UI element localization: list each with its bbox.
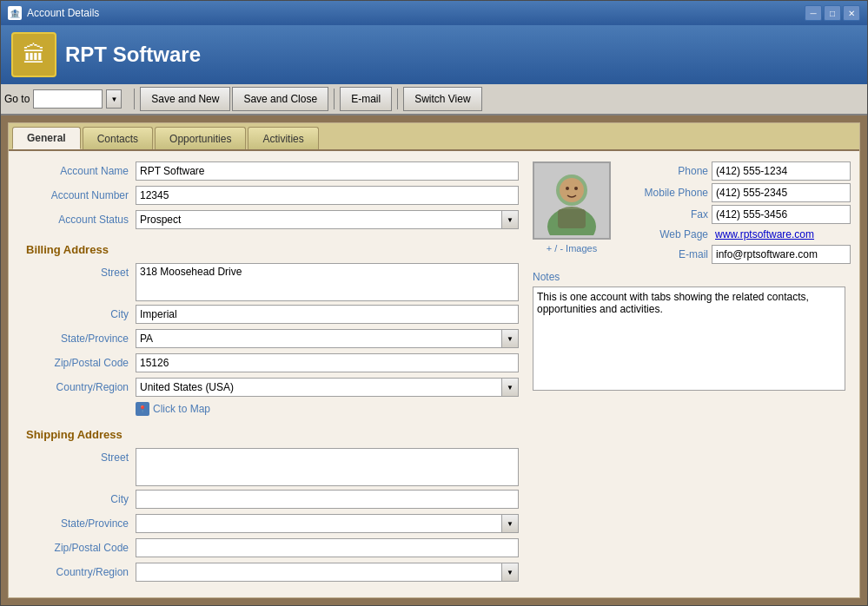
fax-row: Fax — [621, 205, 851, 224]
form-left-column: Account Name Account Number Account Stat… — [23, 161, 519, 583]
billing-street-label: Street — [23, 263, 136, 279]
shipping-country-dropdown: ▼ — [136, 563, 519, 582]
tab-contacts[interactable]: Contacts — [83, 127, 153, 149]
shipping-country-input[interactable] — [136, 563, 501, 582]
webpage-row: Web Page www.rptsoftware.com — [621, 227, 851, 242]
shipping-state-row: State/Province ▼ — [23, 514, 519, 535]
save-and-new-button[interactable]: Save and New — [140, 87, 230, 111]
billing-street-row: Street 318 Moosehead Drive — [23, 263, 519, 301]
billing-state-label: State/Province — [23, 329, 136, 345]
account-number-input[interactable] — [136, 186, 519, 205]
minimize-button[interactable]: ─ — [805, 5, 822, 21]
webpage-link[interactable]: www.rptsoftware.com — [712, 227, 851, 242]
fax-input[interactable] — [712, 205, 851, 224]
shipping-state-input[interactable] — [136, 514, 501, 533]
email-field-label: E-mail — [621, 248, 708, 260]
separator-1 — [134, 89, 135, 109]
click-to-map-text: Click to Map — [153, 403, 210, 415]
content-area: General Contacts Opportunities Activitie… — [1, 115, 867, 605]
email-row: E-mail — [621, 245, 851, 264]
phone-input[interactable] — [712, 161, 851, 181]
switch-view-button[interactable]: Switch View — [403, 87, 481, 111]
account-status-dropdown: ▼ — [136, 210, 519, 229]
billing-state-dropdown-btn[interactable]: ▼ — [501, 329, 519, 348]
billing-state-row: State/Province ▼ — [23, 329, 519, 350]
billing-zip-label: Zip/Postal Code — [23, 353, 136, 369]
account-name-label: Account Name — [23, 161, 136, 177]
tab-activities[interactable]: Activities — [248, 127, 318, 149]
tabs-bar: General Contacts Opportunities Activitie… — [9, 123, 859, 151]
mobile-input[interactable] — [712, 183, 851, 202]
shipping-country-dropdown-btn[interactable]: ▼ — [501, 563, 519, 582]
logo-container: 🏛 RPT Software — [11, 32, 201, 77]
shipping-street-input[interactable] — [136, 448, 519, 486]
billing-address-header: Billing Address — [23, 243, 519, 256]
tab-general[interactable]: General — [12, 127, 81, 149]
maximize-button[interactable]: □ — [824, 5, 841, 21]
shipping-state-dropdown-btn[interactable]: ▼ — [501, 514, 519, 533]
photo-controls-link[interactable]: + / - Images — [547, 243, 597, 254]
shipping-zip-input[interactable] — [136, 538, 519, 557]
main-window: 🏦 Account Details ─ □ ✕ 🏛 RPT Software G… — [0, 0, 868, 606]
mobile-row: Mobile Phone — [621, 183, 851, 202]
form-container: General Contacts Opportunities Activitie… — [8, 122, 860, 598]
svg-point-3 — [566, 187, 569, 190]
account-number-row: Account Number — [23, 186, 519, 207]
map-icon: 📍 — [136, 402, 149, 416]
shipping-zip-row: Zip/Postal Code — [23, 538, 519, 559]
phone-row: Phone — [621, 161, 851, 181]
logo-icon: 🏛 — [11, 32, 56, 77]
shipping-state-label: State/Province — [23, 514, 136, 530]
separator-2 — [334, 89, 335, 109]
billing-city-input[interactable] — [136, 305, 519, 324]
notes-section: Notes This is one account with tabs show… — [533, 271, 845, 393]
shipping-street-label: Street — [23, 448, 136, 464]
fax-label: Fax — [621, 208, 708, 221]
phone-label: Phone — [621, 165, 708, 177]
billing-zip-input[interactable] — [136, 353, 519, 372]
goto-label: Go to — [4, 93, 30, 105]
header-bar: 🏛 RPT Software — [1, 25, 867, 84]
click-to-map-link[interactable]: 📍 Click to Map — [136, 402, 519, 416]
goto-group: Go to ▼ — [4, 89, 122, 109]
billing-zip-row: Zip/Postal Code — [23, 353, 519, 374]
shipping-address-header: Shipping Address — [23, 428, 519, 441]
svg-rect-6 — [558, 209, 586, 228]
email-field-input[interactable] — [712, 245, 851, 264]
billing-country-input[interactable] — [136, 378, 501, 397]
window-title: Account Details — [27, 7, 805, 19]
billing-city-row: City — [23, 305, 519, 326]
account-number-label: Account Number — [23, 186, 136, 201]
email-button[interactable]: E-mail — [340, 87, 392, 111]
shipping-city-input[interactable] — [136, 490, 519, 509]
billing-street-input[interactable]: 318 Moosehead Drive — [136, 263, 519, 301]
window-icon: 🏦 — [8, 6, 22, 20]
tab-opportunities[interactable]: Opportunities — [155, 127, 246, 149]
account-name-input[interactable] — [136, 161, 519, 181]
account-status-label: Account Status — [23, 210, 136, 226]
account-status-row: Account Status ▼ — [23, 210, 519, 231]
billing-country-row: Country/Region ▼ — [23, 378, 519, 399]
account-name-row: Account Name — [23, 161, 519, 182]
account-status-dropdown-btn[interactable]: ▼ — [501, 210, 519, 229]
notes-label: Notes — [533, 271, 845, 283]
account-status-input[interactable] — [136, 210, 501, 229]
title-bar: 🏦 Account Details ─ □ ✕ — [1, 1, 867, 25]
contact-fields: Phone Mobile Phone Fax — [621, 161, 851, 264]
separator-3 — [397, 89, 398, 109]
shipping-state-dropdown: ▼ — [136, 514, 519, 533]
form-right-column: + / - Images Phone Mobile Phone — [533, 161, 845, 583]
notes-textarea[interactable]: This is one account with tabs showing th… — [533, 287, 845, 391]
shipping-city-label: City — [23, 490, 136, 505]
save-and-close-button[interactable]: Save and Close — [232, 87, 328, 111]
billing-country-dropdown-btn[interactable]: ▼ — [501, 378, 519, 397]
goto-input[interactable] — [33, 89, 103, 109]
webpage-label: Web Page — [621, 228, 708, 240]
billing-state-input[interactable] — [136, 329, 501, 348]
billing-state-dropdown: ▼ — [136, 329, 519, 348]
close-button[interactable]: ✕ — [843, 5, 860, 21]
shipping-country-label: Country/Region — [23, 563, 136, 578]
billing-city-label: City — [23, 305, 136, 320]
billing-country-dropdown: ▼ — [136, 378, 519, 397]
goto-dropdown-btn[interactable]: ▼ — [106, 89, 122, 109]
